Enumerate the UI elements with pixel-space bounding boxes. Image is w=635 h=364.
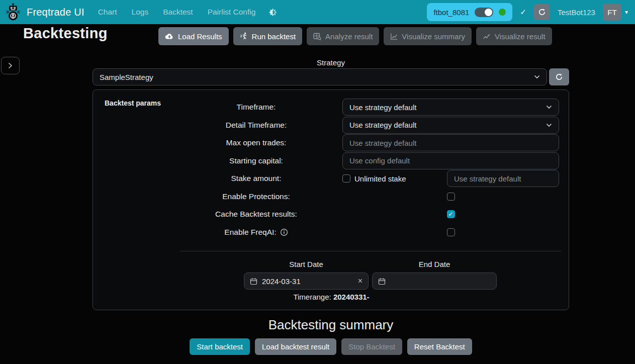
online-status-dot: [499, 9, 506, 16]
params-form: Timeframe: Use strategy default Detail T…: [170, 99, 561, 241]
nav-item-chart[interactable]: Chart: [98, 8, 117, 17]
end-date-input[interactable]: [372, 272, 497, 290]
enable-protections-checkbox[interactable]: ✓: [447, 193, 455, 201]
start-backtest-button[interactable]: Start backtest: [190, 338, 250, 355]
calendar-icon: [378, 278, 386, 285]
info-icon[interactable]: [280, 228, 288, 236]
backtest-params-panel: Backtest params Timeframe: Use strategy …: [93, 89, 569, 310]
theme-toggle-icon[interactable]: [268, 8, 277, 17]
bot-username: TestBot123: [558, 8, 595, 17]
header-actions: Load Results Run backtest Analyze result: [158, 27, 552, 45]
avatar: FT: [603, 4, 621, 21]
stake-amount-label: Stake amount:: [170, 174, 342, 183]
enable-protections-row: Enable Protections: ✓: [170, 188, 561, 205]
cloud-download-icon: [165, 33, 174, 40]
caret-down-icon: ▾: [625, 9, 628, 16]
start-date-label: Start Date: [244, 260, 369, 268]
nav-item-backtest[interactable]: Backtest: [163, 8, 193, 17]
timerange-text: Timerange: 20240331-: [93, 293, 570, 301]
bot-selector[interactable]: ftbot_8081: [427, 3, 512, 21]
cache-results-label: Cache Backtest results:: [170, 210, 342, 219]
analyze-result-label: Analyze result: [325, 32, 373, 41]
timeframe-row: Timeframe: Use strategy default: [170, 99, 561, 116]
end-date-label: End Date: [372, 260, 497, 268]
enable-freqai-label: Enable FreqAI:: [224, 228, 276, 237]
start-date-value: 2024-03-31: [262, 277, 301, 286]
max-open-trades-input[interactable]: [342, 134, 559, 151]
cache-results-checkbox[interactable]: ✓: [447, 210, 455, 218]
timerange-label: Timerange:: [293, 293, 333, 301]
refresh-icon: [538, 8, 546, 16]
timeframe-select[interactable]: Use strategy default: [342, 99, 559, 116]
summary-title: Backtesting summary: [93, 317, 569, 333]
strategy-select[interactable]: SampleStrategy: [93, 68, 547, 85]
load-backtest-result-button[interactable]: Load backtest result: [255, 338, 336, 355]
clear-start-date-icon[interactable]: ×: [358, 277, 362, 285]
cache-results-row: Cache Backtest results: ✓: [170, 206, 561, 223]
check-icon: ✓: [520, 8, 526, 17]
load-results-label: Load Results: [178, 32, 222, 41]
detail-timeframe-select[interactable]: Use strategy default: [342, 117, 559, 134]
start-date-input[interactable]: 2024-03-31 ×: [244, 272, 369, 290]
run-backtest-label: Run backtest: [252, 32, 296, 41]
reload-bot-button[interactable]: [534, 4, 550, 20]
starting-capital-label: Starting capital:: [170, 156, 342, 165]
nav-item-pairlist-config[interactable]: Pairlist Config: [208, 8, 256, 17]
stake-amount-input[interactable]: [447, 170, 559, 187]
unlimited-stake-label: Unlimited stake: [354, 174, 406, 183]
run-backtest-button[interactable]: Run backtest: [233, 27, 303, 45]
visualize-result-label: Visualize result: [495, 32, 546, 41]
sidebar-expand-button[interactable]: [1, 57, 20, 74]
summary-actions: Start backtest Load backtest result Stop…: [93, 338, 569, 355]
navbar-right: ftbot_8081 ✓ TestBot123 FT ▾: [427, 3, 628, 21]
detail-timeframe-label: Detail Timeframe:: [170, 121, 342, 130]
starting-capital-input[interactable]: [342, 152, 559, 169]
bot-name: ftbot_8081: [433, 8, 469, 17]
refresh-icon: [555, 73, 563, 81]
panel-title: Backtest params: [105, 99, 161, 107]
date-range-section: Start Date End Date 2024-03-31 ×: [244, 260, 497, 290]
scatter-line-icon: [483, 33, 491, 40]
page-title: Backtesting: [23, 25, 108, 42]
refresh-strategies-button[interactable]: [549, 68, 569, 85]
stop-backtest-button[interactable]: Stop Backtest: [341, 338, 402, 355]
account-menu[interactable]: FT ▾: [603, 4, 628, 21]
enable-freqai-row: Enable FreqAI: ✓: [170, 224, 561, 241]
bot-online-toggle[interactable]: [475, 8, 493, 17]
detail-timeframe-value: Use strategy default: [349, 121, 416, 129]
timeframe-value: Use strategy default: [349, 103, 416, 112]
table-search-icon: [313, 33, 321, 40]
enable-protections-label: Enable Protections:: [170, 192, 342, 201]
brand[interactable]: Freqtrade UI: [4, 3, 84, 22]
reset-backtest-button[interactable]: Reset Backtest: [407, 338, 472, 355]
analyze-result-button[interactable]: Analyze result: [307, 27, 379, 45]
visualize-summary-button[interactable]: Visualize summary: [384, 27, 472, 45]
enable-freqai-checkbox[interactable]: ✓: [447, 228, 455, 236]
timeframe-label: Timeframe:: [170, 103, 342, 112]
unlimited-stake-checkbox[interactable]: ✓: [342, 174, 350, 183]
starting-capital-row: Starting capital:: [170, 152, 561, 169]
chevron-right-icon: [8, 62, 13, 69]
chevron-down-icon: [546, 105, 552, 109]
visualize-summary-label: Visualize summary: [402, 32, 465, 41]
calendar-icon: [250, 278, 257, 285]
max-open-trades-label: Max open trades:: [170, 138, 342, 147]
chevron-down-icon: [546, 123, 552, 127]
chevron-down-icon: [534, 75, 540, 79]
strategy-selected-value: SampleStrategy: [100, 73, 153, 81]
section-divider: [180, 251, 561, 251]
app-title: Freqtrade UI: [27, 7, 84, 18]
line-chart-icon: [390, 33, 398, 40]
timerange-value: 20240331-: [333, 293, 370, 301]
visualize-result-button[interactable]: Visualize result: [476, 27, 552, 45]
detail-timeframe-row: Detail Timeframe: Use strategy default: [170, 117, 561, 134]
nav-links: Chart Logs Backtest Pairlist Config: [98, 8, 256, 17]
load-results-button[interactable]: Load Results: [158, 27, 229, 45]
max-open-trades-row: Max open trades:: [170, 134, 561, 151]
toggle-knob: [485, 9, 492, 16]
strategy-row: SampleStrategy: [93, 68, 569, 85]
navbar: Freqtrade UI Chart Logs Backtest Pairlis…: [0, 0, 635, 24]
runner-icon: [240, 32, 248, 40]
stake-amount-row: Stake amount: ✓ Unlimited stake: [170, 170, 561, 187]
nav-item-logs[interactable]: Logs: [132, 8, 149, 17]
